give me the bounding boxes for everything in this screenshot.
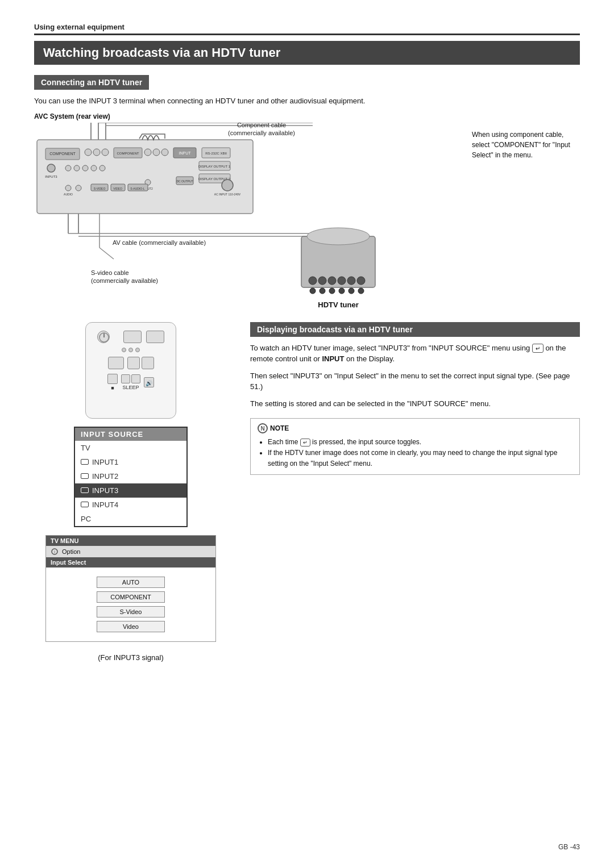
svg-point-30 bbox=[65, 185, 71, 191]
note-item-2: If the HDTV tuner image does not come in… bbox=[268, 448, 572, 469]
remote-mid-btn-2[interactable] bbox=[127, 357, 140, 369]
svg-point-19 bbox=[82, 165, 88, 171]
svg-point-39 bbox=[222, 180, 233, 191]
input4-label: INPUT4 bbox=[92, 500, 118, 509]
svg-text:INPUT3: INPUT3 bbox=[45, 175, 57, 178]
input2-label: INPUT2 bbox=[92, 472, 118, 481]
note-icon: N bbox=[258, 423, 268, 433]
input-source-tv-label: TV bbox=[81, 444, 90, 452]
tv-menu-video-btn[interactable]: Video bbox=[97, 621, 165, 632]
diagram-right: When using component cable, select "COMP… bbox=[466, 112, 580, 312]
input-source-title: INPUT SOURCE bbox=[75, 428, 186, 441]
remote-btn-square[interactable] bbox=[107, 374, 118, 384]
main-title: Watching broadcasts via an HDTV tuner bbox=[34, 41, 580, 65]
svg-point-71 bbox=[358, 288, 364, 294]
remote-mid-group bbox=[127, 357, 154, 369]
connection-diagram: COMPONENT COMPONENT INPUT bbox=[34, 123, 387, 310]
svg-point-69 bbox=[339, 288, 345, 294]
displaying-body1: To watch an HDTV tuner image, select "IN… bbox=[250, 343, 580, 365]
svg-text:(commercially available): (commercially available) bbox=[91, 277, 158, 284]
displaying-heading: Displaying broadcasts via an HDTV tuner bbox=[250, 322, 580, 337]
remote-ch-btn2[interactable] bbox=[131, 374, 140, 383]
svg-point-20 bbox=[91, 165, 97, 171]
displaying-body2: Then select "INPUT3" on "Input Select" i… bbox=[250, 370, 580, 393]
svg-point-67 bbox=[320, 288, 325, 294]
note-input-icon: ↵ bbox=[300, 439, 310, 446]
input-source-pc-label: PC bbox=[81, 515, 91, 523]
svg-text:INPUT: INPUT bbox=[179, 151, 192, 155]
svg-text:AC INPUT 110-240V: AC INPUT 110-240V bbox=[214, 193, 241, 196]
tv-menu-auto-btn[interactable]: AUTO bbox=[97, 577, 165, 588]
svg-point-17 bbox=[65, 165, 71, 171]
note-item-1: Each time ↵ is pressed, the input source… bbox=[268, 437, 572, 448]
note-title: N NOTE bbox=[258, 423, 572, 433]
svg-text:(commercially available): (commercially available) bbox=[228, 130, 295, 136]
remote-label-1: ■ bbox=[111, 385, 114, 391]
svg-point-31 bbox=[76, 185, 81, 191]
svg-point-65 bbox=[357, 277, 365, 285]
svg-point-68 bbox=[329, 288, 335, 294]
bottom-left: ■ SLEEP 🔊 bbox=[34, 322, 227, 662]
remote-control: ■ SLEEP 🔊 bbox=[85, 322, 176, 419]
diagram-section: AVC System (rear view) COMPONENT COMPONE… bbox=[34, 112, 580, 312]
section-label: Using external equipment bbox=[34, 23, 580, 31]
main-rule bbox=[34, 34, 580, 35]
tv-menu-box: TV MENU i Option Input Select AUTO COMPO… bbox=[45, 535, 216, 642]
input3-label: INPUT3 bbox=[92, 486, 118, 495]
remote-mid-btn-1[interactable] bbox=[108, 357, 124, 369]
svg-point-8 bbox=[144, 149, 151, 156]
svg-point-64 bbox=[347, 277, 355, 285]
svg-text:COMPONENT: COMPONENT bbox=[117, 152, 139, 155]
bottom-right: Displaying broadcasts via an HDTV tuner … bbox=[239, 322, 580, 662]
svg-point-59 bbox=[307, 228, 370, 245]
remote-vol-btn[interactable]: 🔊 bbox=[144, 377, 154, 387]
tv-menu-svideo-btn[interactable]: S-Video bbox=[97, 606, 165, 617]
bottom-section: ■ SLEEP 🔊 bbox=[34, 322, 580, 662]
input-source-tv[interactable]: TV bbox=[75, 441, 186, 455]
option-label: Option bbox=[62, 548, 80, 555]
svg-point-5 bbox=[102, 149, 109, 156]
input4-icon bbox=[81, 502, 89, 507]
for-input3-label: (For INPUT3 signal) bbox=[34, 653, 227, 662]
svg-line-52 bbox=[99, 248, 114, 259]
input-button-icon: ↵ bbox=[532, 344, 544, 353]
svg-point-4 bbox=[93, 149, 100, 156]
remote-power-btn[interactable] bbox=[97, 331, 110, 343]
when-using-component-text: When using component cable, select "COMP… bbox=[472, 131, 570, 159]
diagram-left: AVC System (rear view) COMPONENT COMPONE… bbox=[34, 112, 466, 312]
note-list: Each time ↵ is pressed, the input source… bbox=[258, 437, 572, 470]
remote-dot-2 bbox=[128, 348, 133, 352]
input-source-menu: INPUT SOURCE TV INPUT1 INPUT2 INPUT3 bbox=[74, 427, 188, 527]
svg-point-63 bbox=[338, 277, 346, 285]
input1-label: INPUT1 bbox=[92, 458, 118, 466]
svg-text:S-video cable: S-video cable bbox=[91, 269, 129, 276]
remote-btn-1[interactable] bbox=[123, 331, 142, 343]
remote-mid-btn-3[interactable] bbox=[142, 357, 154, 369]
avc-system-label: AVC System (rear view) bbox=[34, 112, 466, 120]
svg-point-3 bbox=[85, 149, 92, 156]
input-source-input4[interactable]: INPUT4 bbox=[75, 498, 186, 512]
note-box: N NOTE Each time ↵ is pressed, the input… bbox=[250, 418, 580, 475]
input2-icon bbox=[81, 473, 89, 479]
connecting-body: You can use the INPUT 3 terminal when co… bbox=[34, 95, 580, 107]
svg-text:S-VIDEO: S-VIDEO bbox=[94, 187, 106, 190]
tv-menu-component-btn[interactable]: COMPONENT bbox=[97, 591, 165, 603]
input-source-pc[interactable]: PC bbox=[75, 512, 186, 526]
svg-text:HDTV tuner: HDTV tuner bbox=[318, 301, 359, 309]
input1-icon bbox=[81, 459, 89, 465]
input-source-input3[interactable]: INPUT3 bbox=[75, 483, 186, 498]
tv-menu-content: AUTO COMPONENT S-Video Video bbox=[46, 567, 215, 641]
svg-point-9 bbox=[153, 149, 160, 156]
svg-point-10 bbox=[161, 149, 168, 156]
svg-point-21 bbox=[99, 165, 105, 171]
svg-text:DC OUTPUT: DC OUTPUT bbox=[176, 180, 193, 183]
option-icon: i bbox=[51, 548, 59, 556]
input-source-input2[interactable]: INPUT2 bbox=[75, 469, 186, 483]
svg-text:AV cable (commercially availab: AV cable (commercially available) bbox=[113, 239, 206, 246]
input-source-input1[interactable]: INPUT1 bbox=[75, 455, 186, 469]
svg-point-66 bbox=[310, 288, 316, 294]
svg-text:S-AUDIO-L: S-AUDIO-L bbox=[130, 187, 145, 190]
remote-ch-btn[interactable] bbox=[121, 374, 130, 383]
for-input3-text: (For INPUT3 signal) bbox=[98, 653, 164, 662]
remote-btn-2[interactable] bbox=[146, 331, 164, 343]
